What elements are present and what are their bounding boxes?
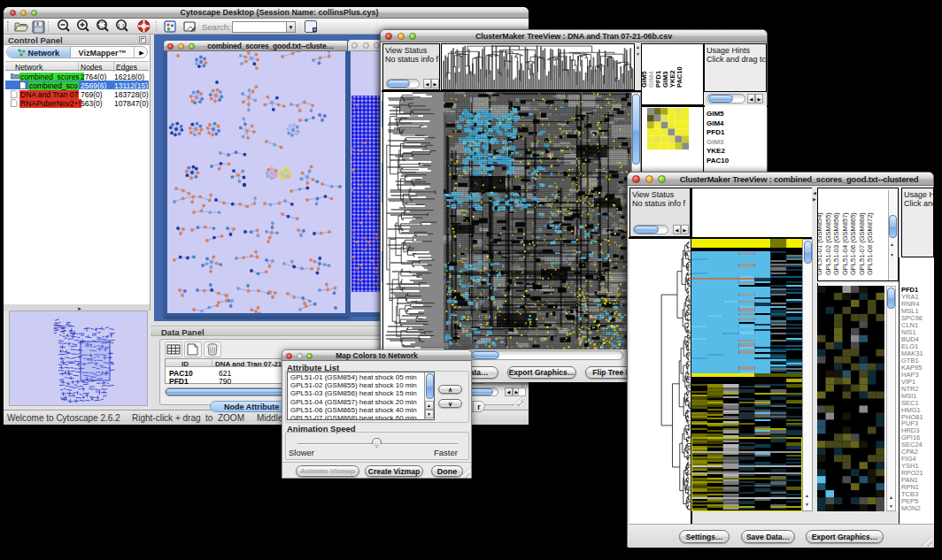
- svg-text:1:1: 1:1: [118, 23, 126, 28]
